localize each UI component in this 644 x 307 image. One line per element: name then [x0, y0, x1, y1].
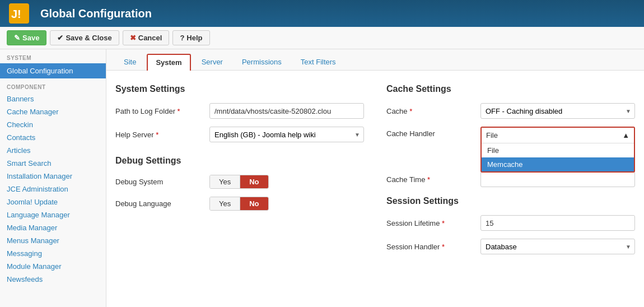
path-log-folder-label: Path to Log Folder *: [115, 107, 205, 115]
system-settings-section: System Settings Path to Log Folder * Hel…: [115, 80, 364, 262]
right-column: Cache Settings Cache * OFF - Caching dis…: [386, 80, 635, 262]
tab-system[interactable]: System: [147, 54, 190, 71]
svg-text:J!: J!: [11, 8, 21, 20]
debug-language-toggle: Yes No: [209, 197, 269, 211]
sidebar-item-messaging[interactable]: Messaging: [0, 247, 106, 260]
main-content: Site System Server Permissions Text Filt…: [106, 49, 644, 307]
sidebar-item-smart-search[interactable]: Smart Search: [0, 157, 106, 170]
cache-handler-row: Cache Handler File ▲ File Memcache: [386, 127, 635, 138]
logo: J! Global Configuration: [9, 3, 152, 24]
path-log-folder-input[interactable]: [209, 103, 364, 119]
session-lifetime-input[interactable]: [480, 215, 635, 231]
session-handler-select[interactable]: Database: [481, 240, 634, 253]
session-handler-row: Session Handler * Database ▼: [386, 239, 635, 254]
cache-handler-dropdown-open: File ▲ File Memcache: [480, 127, 635, 173]
cancel-button[interactable]: ✖ Cancel: [123, 30, 170, 45]
sidebar-item-newsfeeds[interactable]: Newsfeeds: [0, 273, 106, 286]
help-server-row: Help Server * English (GB) - Joomla help…: [115, 127, 364, 142]
debug-system-yes-button[interactable]: Yes: [210, 175, 240, 188]
sidebar-item-checkin[interactable]: Checkin: [0, 118, 106, 131]
cache-row: Cache * OFF - Caching disabled ▼: [386, 103, 635, 119]
component-section-label: COMPONENT: [0, 78, 106, 92]
sidebar-item-contacts[interactable]: Contacts: [0, 131, 106, 144]
session-handler-select-container: Database ▼: [480, 239, 635, 254]
debug-system-label: Debug System: [115, 178, 205, 186]
app-title: Global Configuration: [40, 7, 152, 20]
session-lifetime-label: Session Lifetime *: [386, 219, 476, 227]
header: J! Global Configuration: [0, 0, 644, 27]
cache-handler-collapse-icon: ▲: [622, 131, 629, 139]
session-settings-title: Session Settings: [386, 196, 635, 206]
debug-language-no-button[interactable]: No: [240, 197, 268, 210]
session-handler-label: Session Handler *: [386, 243, 476, 251]
save-close-button[interactable]: ✔ Save & Close: [50, 30, 119, 45]
sidebar-item-joomla-update[interactable]: Joomla! Update: [0, 196, 106, 208]
debug-language-row: Debug Language Yes No: [115, 197, 364, 211]
sidebar-item-language-manager[interactable]: Language Manager: [0, 208, 106, 221]
cache-settings-title: Cache Settings: [386, 84, 635, 94]
sidebar-item-module-manager[interactable]: Module Manager: [0, 260, 106, 273]
sidebar: SYSTEM Global Configuration COMPONENT Ba…: [0, 49, 106, 307]
debug-system-no-button[interactable]: No: [240, 175, 268, 188]
checkmark-icon: ✔: [57, 34, 63, 42]
tab-text-filters[interactable]: Text Filters: [292, 54, 344, 70]
help-server-select-container: English (GB) - Joomla help wiki ▼: [209, 127, 364, 142]
sidebar-item-articles[interactable]: Articles: [0, 144, 106, 157]
cache-select[interactable]: OFF - Caching disabled: [481, 105, 634, 118]
content-area: System Settings Path to Log Folder * Hel…: [106, 71, 644, 271]
path-log-folder-row: Path to Log Folder *: [115, 103, 364, 119]
save-icon: ✎: [14, 34, 20, 42]
joomla-logo-icon: J!: [9, 3, 29, 24]
help-server-label: Help Server *: [115, 131, 205, 139]
tab-site[interactable]: Site: [115, 54, 144, 70]
tab-bar: Site System Server Permissions Text Filt…: [106, 49, 644, 71]
cache-time-input[interactable]: [480, 171, 635, 187]
cache-handler-option-memcache[interactable]: Memcache: [482, 157, 634, 171]
system-settings-title: System Settings: [115, 84, 364, 94]
cache-handler-dropdown-header: File ▲: [482, 128, 634, 143]
toolbar: ✎ Save ✔ Save & Close ✖ Cancel ? Help: [0, 27, 644, 49]
sidebar-item-banners[interactable]: Banners: [0, 92, 106, 105]
cache-time-row: Cache Time *: [386, 171, 635, 187]
cancel-icon: ✖: [130, 34, 136, 42]
debug-language-yes-button[interactable]: Yes: [210, 197, 240, 210]
tab-server[interactable]: Server: [193, 54, 231, 70]
help-button[interactable]: ? Help: [172, 30, 209, 45]
save-button[interactable]: ✎ Save: [7, 30, 46, 45]
session-lifetime-row: Session Lifetime *: [386, 215, 635, 231]
sidebar-item-installation-manager[interactable]: Installation Manager: [0, 170, 106, 183]
cache-handler-selected-value: File: [486, 131, 498, 139]
cache-label: Cache *: [386, 107, 476, 115]
debug-system-row: Debug System Yes No: [115, 175, 364, 189]
debug-language-label: Debug Language: [115, 199, 205, 208]
sidebar-item-cache-manager[interactable]: Cache Manager: [0, 105, 106, 118]
sidebar-item-media-manager[interactable]: Media Manager: [0, 221, 106, 234]
sidebar-item-menus-manager[interactable]: Menus Manager: [0, 234, 106, 247]
tab-permissions[interactable]: Permissions: [234, 54, 290, 70]
debug-system-toggle: Yes No: [209, 175, 269, 189]
sidebar-item-jce-administration[interactable]: JCE Administration: [0, 183, 106, 196]
help-server-select[interactable]: English (GB) - Joomla help wiki: [210, 128, 363, 141]
cache-handler-label: Cache Handler: [386, 127, 476, 138]
help-icon: ?: [180, 34, 184, 42]
debug-settings-title: Debug Settings: [115, 156, 364, 166]
cache-select-container: OFF - Caching disabled ▼: [480, 103, 635, 119]
cache-time-label: Cache Time *: [386, 175, 476, 184]
system-section-label: SYSTEM: [0, 49, 106, 63]
layout: SYSTEM Global Configuration COMPONENT Ba…: [0, 49, 644, 307]
cache-handler-option-file[interactable]: File: [482, 143, 634, 157]
sidebar-item-global-configuration[interactable]: Global Configuration: [0, 63, 106, 78]
